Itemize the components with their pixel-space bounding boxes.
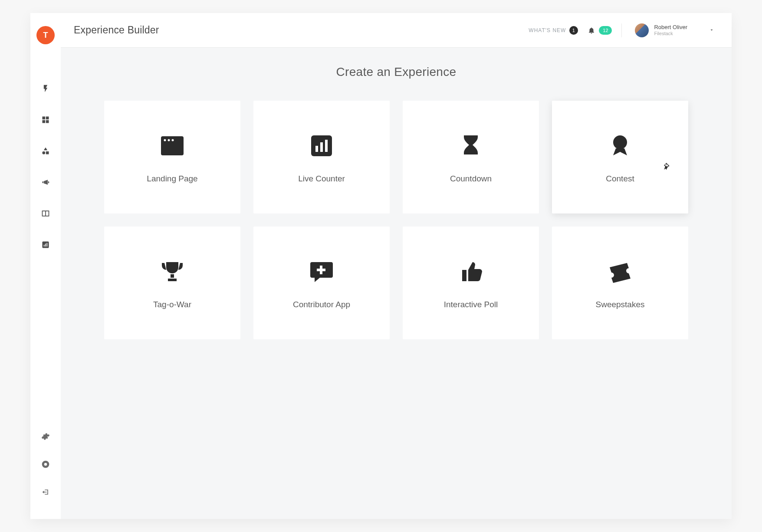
sidebar-item-logout[interactable]: [40, 487, 51, 497]
ticket-icon: [605, 256, 635, 287]
card-landing-page[interactable]: Landing Page: [104, 101, 240, 213]
cursor-icon: [663, 162, 671, 170]
experience-grid: Landing Page Live Counter Countdown: [104, 101, 688, 339]
sidebar-nav: [40, 83, 51, 431]
card-contributor-app[interactable]: Contributor App: [253, 227, 390, 339]
svg-rect-20: [315, 146, 318, 152]
sidebar-bottom: [40, 431, 51, 519]
browser-icon: [157, 131, 187, 161]
card-countdown[interactable]: Countdown: [403, 101, 539, 213]
svg-rect-0: [43, 117, 46, 120]
whats-new-link[interactable]: WHAT'S NEW 1: [529, 26, 578, 35]
bar-chart-icon: [41, 240, 50, 249]
page-title: Experience Builder: [74, 24, 159, 36]
card-live-counter[interactable]: Live Counter: [253, 101, 390, 213]
shapes-icon: [41, 147, 50, 155]
header: Experience Builder WHAT'S NEW 1 12 Rober…: [61, 13, 732, 48]
whats-new-label: WHAT'S NEW: [529, 27, 566, 33]
user-menu[interactable]: Robert Oliver Filestack: [621, 23, 719, 37]
user-name: Robert Oliver: [654, 24, 687, 31]
main-area: Experience Builder WHAT'S NEW 1 12 Rober…: [61, 13, 732, 519]
columns-icon: [41, 209, 50, 218]
svg-rect-15: [161, 136, 184, 155]
card-label: Contributor App: [293, 300, 350, 309]
card-label: Countdown: [450, 174, 492, 184]
header-right: WHAT'S NEW 1 12 Robert Oliver Filestack: [529, 23, 719, 37]
award-icon: [605, 131, 635, 161]
card-interactive-poll[interactable]: Interactive Poll: [403, 227, 539, 339]
card-label: Landing Page: [147, 174, 197, 184]
comment-plus-icon: [306, 256, 337, 287]
sidebar-item-shapes[interactable]: [40, 146, 51, 156]
gear-icon: [41, 432, 50, 441]
svg-point-18: [172, 139, 174, 141]
app-root: T: [30, 13, 732, 519]
card-label: Live Counter: [298, 174, 345, 184]
hourglass-icon: [456, 131, 486, 161]
sidebar: T: [30, 13, 61, 519]
svg-point-14: [44, 463, 47, 466]
content-title: Create an Experience: [104, 65, 688, 79]
bell-icon: [588, 26, 595, 34]
svg-rect-3: [46, 120, 49, 123]
sidebar-item-columns[interactable]: [40, 208, 51, 219]
card-contest[interactable]: Contest: [552, 101, 688, 213]
sidebar-item-megaphone[interactable]: [40, 177, 51, 187]
logo-letter: T: [43, 31, 48, 40]
svg-rect-1: [46, 117, 49, 120]
card-label: Contest: [606, 174, 634, 184]
card-label: Sweepstakes: [595, 300, 644, 309]
user-company: Filestack: [654, 31, 687, 36]
svg-point-17: [168, 139, 170, 141]
megaphone-icon: [41, 178, 50, 187]
sidebar-item-bolt[interactable]: [40, 83, 51, 94]
logout-icon: [41, 488, 50, 496]
thumbs-up-icon: [456, 256, 486, 287]
svg-point-16: [164, 139, 166, 141]
card-label: Tag-o-War: [153, 300, 191, 309]
svg-rect-11: [45, 244, 46, 247]
svg-point-5: [43, 151, 46, 154]
grid-icon: [41, 115, 50, 124]
svg-rect-25: [317, 269, 325, 271]
sidebar-item-bar-chart[interactable]: [40, 240, 51, 250]
chart-icon: [306, 131, 337, 161]
help-icon: [41, 460, 50, 469]
svg-rect-10: [44, 245, 45, 246]
sidebar-item-settings[interactable]: [40, 431, 51, 442]
svg-rect-21: [320, 142, 323, 152]
card-label: Interactive Poll: [444, 300, 498, 309]
card-tag-o-war[interactable]: Tag-o-War: [104, 227, 240, 339]
card-sweepstakes[interactable]: Sweepstakes: [552, 227, 688, 339]
app-logo[interactable]: T: [36, 26, 55, 44]
notif-badge: 12: [599, 26, 612, 35]
sidebar-item-grid[interactable]: [40, 115, 51, 125]
svg-rect-2: [43, 120, 46, 123]
svg-marker-4: [44, 148, 47, 151]
chevron-down-icon: [709, 26, 714, 34]
sidebar-item-help[interactable]: [40, 459, 51, 470]
svg-point-23: [613, 135, 627, 149]
content: Create an Experience Landing Page Live C…: [61, 48, 732, 519]
bolt-icon: [41, 84, 50, 93]
user-info: Robert Oliver Filestack: [654, 24, 687, 36]
svg-rect-6: [46, 151, 49, 154]
whats-new-badge: 1: [569, 26, 578, 35]
svg-rect-22: [325, 140, 328, 152]
avatar: [635, 23, 649, 37]
trophy-icon: [157, 256, 187, 287]
notifications-button[interactable]: 12: [588, 26, 612, 35]
svg-rect-12: [47, 243, 48, 246]
